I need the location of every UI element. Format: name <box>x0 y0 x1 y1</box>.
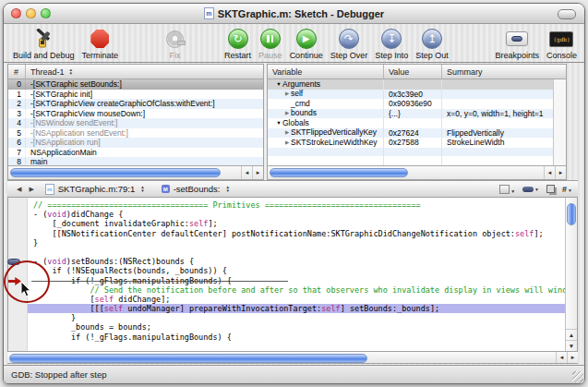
editor-navigation-bar: ◀ ▶ m SKTGraphic.m:79:1 ▲▼ M -setBounds:… <box>7 180 578 198</box>
history-back-button[interactable]: ◀ <box>13 186 25 193</box>
code-line: _bounds = bounds; <box>8 322 565 332</box>
variable-row[interactable]: ▶SKTFlippedVerticallyKey0x27624FlippedVe… <box>268 128 553 139</box>
frame-label: -[NSApplication run] <box>25 138 101 148</box>
file-location-popup[interactable]: SKTGraphic.m:79:1 <box>58 184 135 194</box>
toolbar-button-label: Pause <box>258 51 282 60</box>
variables-horizontal-scrollbar[interactable]: ◂▸ <box>268 165 566 179</box>
stack-frame-row[interactable]: 5-[NSApplication sendEvent:] <box>8 128 263 139</box>
bookmarks-menu-button[interactable]: ▼ <box>499 185 515 194</box>
step-into-button[interactable]: ↧Step Into <box>375 28 408 60</box>
disclosure-open-icon[interactable]: ▼ <box>275 118 282 128</box>
disclosure-closed-icon[interactable]: ▶ <box>283 109 291 119</box>
frame-number: 3 <box>8 109 25 119</box>
stack-frame-row[interactable]: 6-[NSApplication run] <box>8 138 263 148</box>
counterparts-button[interactable] <box>546 185 555 193</box>
scroll-up-arrow[interactable]: ▲ <box>566 329 577 340</box>
stack-frame-row[interactable]: 8main <box>8 157 263 165</box>
column-header-summary[interactable]: Summary <box>441 65 566 79</box>
build-and-debug-button[interactable]: Build and Debug <box>13 28 75 60</box>
scroll-left-arrow[interactable]: ◂ <box>556 352 567 363</box>
variable-row[interactable]: ▶self0x3c39e0 <box>268 90 553 100</box>
variable-name: self <box>291 90 303 100</box>
disclosure-open-icon[interactable]: ▼ <box>275 79 282 90</box>
toolbar-toggle-button[interactable] <box>558 9 576 19</box>
scrollbar-thumb[interactable] <box>9 354 367 363</box>
counterpart-squares-icon <box>546 185 555 193</box>
stack-frame-row[interactable]: 0-[SKTGraphic setBounds:] <box>8 79 263 90</box>
stack-frame-row[interactable]: 3-[SKTGraphicView mouseDown:] <box>8 109 263 119</box>
toolbar-button-label: Continue <box>290 51 323 60</box>
scrollbar-thumb[interactable] <box>567 203 576 225</box>
variable-row[interactable]: _cmd0x90936e90 <box>268 99 553 109</box>
editor-horizontal-scrollbar[interactable]: ◂▸ <box>7 351 578 364</box>
scrollbar-thumb[interactable] <box>270 168 408 177</box>
console-button[interactable]: (gdb)Console <box>546 28 577 60</box>
scroll-right-arrow[interactable]: ▸ <box>555 166 566 179</box>
line-number-menu-button[interactable]: #▼ <box>562 186 572 193</box>
disclosure-closed-icon[interactable]: ▶ <box>283 90 291 100</box>
stack-frame-pane: # Thread-1 ▲▼ 0-[SKTGraphic setBounds:]1… <box>7 64 264 180</box>
fix-button: Fix <box>166 28 184 60</box>
code-line: - (void)setBounds:(NSRect)bounds { <box>8 257 565 266</box>
variable-value <box>383 118 441 128</box>
restart-button[interactable]: ↻Restart <box>224 28 251 60</box>
frame-label: -[SKTGraphic setBounds:] <box>25 79 122 90</box>
method-popup-stepper-icon[interactable]: ▲▼ <box>225 186 229 192</box>
title-bar[interactable]: m SKTGraphic.m: Sketch - Debugger <box>4 4 584 24</box>
source-editor[interactable]: // ================================== Pr… <box>7 198 578 351</box>
continue-button[interactable]: ▶Continue <box>290 28 323 60</box>
editor-vertical-scrollbar[interactable]: ▲▼ <box>565 198 577 351</box>
disclosure-closed-icon[interactable]: ▶ <box>283 128 291 139</box>
resize-grip[interactable] <box>572 371 583 382</box>
disclosure-closed-icon[interactable]: ▶ <box>283 138 291 148</box>
variable-summary: StrokeLineWidth <box>441 138 553 148</box>
stack-frame-row[interactable]: 1-[SKTGraphic init] <box>8 90 263 100</box>
method-popup[interactable]: -setBounds: <box>174 184 221 194</box>
terminate-button[interactable]: Terminate <box>82 28 119 60</box>
variable-summary <box>441 148 553 157</box>
variable-group-row[interactable]: ▼Globals <box>268 118 553 128</box>
variable-name: bounds <box>291 109 317 119</box>
stop-octagon-icon <box>90 28 109 50</box>
frame-label: NSApplicationMain <box>25 148 97 158</box>
stack-frame-row[interactable]: 2-[SKTGraphicView createGraphicOfClass:w… <box>8 99 263 109</box>
stack-frame-row[interactable]: 7NSApplicationMain <box>8 148 263 158</box>
sort-indicator-icon: ▲▼ <box>69 68 73 75</box>
scroll-left-arrow[interactable]: ◂ <box>241 166 252 179</box>
variable-row[interactable]: ▶bounds{...}x=0, y=0, width=1, height=1 <box>268 109 553 119</box>
column-header-variable[interactable]: Variable <box>268 65 383 79</box>
frame-number: 4 <box>8 118 25 128</box>
code-text[interactable]: // ================================== Pr… <box>8 198 565 351</box>
variables-vertical-scrollbar-track[interactable] <box>553 79 566 165</box>
breakpoints-menu-button[interactable]: ▼ <box>522 187 539 192</box>
scroll-right-arrow[interactable]: ▸ <box>567 352 578 363</box>
variable-summary <box>441 118 553 128</box>
file-popup-stepper-icon[interactable]: ▲▼ <box>140 186 144 192</box>
scroll-down-arrow[interactable]: ▼ <box>566 340 577 351</box>
variable-name: SKTFlippedVerticallyKey <box>291 128 377 139</box>
breakpoints-button[interactable]: Breakpoints <box>495 28 539 60</box>
stack-frame-horizontal-scrollbar[interactable]: ◂▸ <box>8 165 263 179</box>
frame-label: -[NSApplication sendEvent:] <box>25 128 128 139</box>
stack-frame-row[interactable]: 4-[NSWindow sendEvent:] <box>8 118 263 128</box>
toolbar-button-label: Fix <box>170 51 181 60</box>
document-proxy-icon[interactable]: m <box>204 7 214 19</box>
code-line: - (void)didChange { <box>8 210 565 219</box>
hammer-icon <box>32 28 54 50</box>
scrollbar-thumb[interactable] <box>10 168 221 177</box>
toolbar-button-label: Restart <box>224 51 251 60</box>
code-line: [[NSNotificationCenter defaultCenter] po… <box>8 229 565 238</box>
column-header-value[interactable]: Value <box>383 65 441 79</box>
step-over-button[interactable]: ↷Step Over <box>330 28 368 60</box>
history-forward-button[interactable]: ▶ <box>25 186 37 193</box>
variable-group-row[interactable]: ▼Arguments <box>268 79 553 90</box>
column-header-number[interactable]: # <box>8 65 25 79</box>
column-header-thread[interactable]: Thread-1 ▲▼ <box>25 65 263 79</box>
scroll-right-arrow[interactable]: ▸ <box>252 166 263 179</box>
variable-value: 0x3c39e0 <box>383 90 441 100</box>
step-out-button[interactable]: ↥Step Out <box>415 28 449 60</box>
upper-panes: # Thread-1 ▲▼ 0-[SKTGraphic setBounds:]1… <box>7 64 567 180</box>
variable-row[interactable]: ▶SKTStrokeLineWidthKey0x27588StrokeLineW… <box>268 138 553 148</box>
variable-value: 0x27624 <box>383 128 441 139</box>
scroll-left-arrow[interactable]: ◂ <box>544 166 555 179</box>
